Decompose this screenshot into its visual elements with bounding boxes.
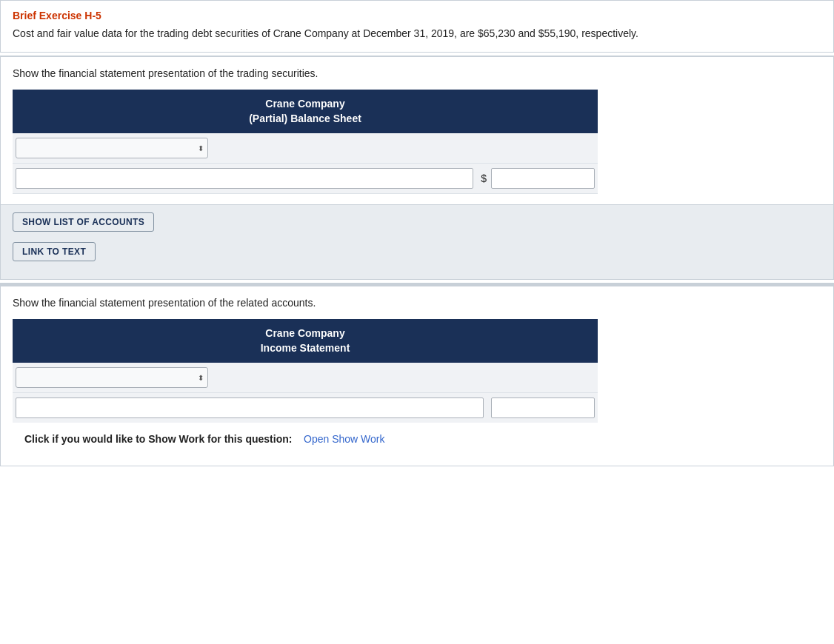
show-work-row: Click if you would like to Show Work for… [13,423,821,455]
balance-sheet-table: Crane Company (Partial) Balance Sheet $ [13,90,598,194]
balance-sheet-row1 [13,133,598,164]
account-text-input-2[interactable] [16,398,484,418]
exercise-section: Brief Exercise H-5 Cost and fair value d… [0,0,834,53]
income-statement-header-line2: Income Statement [24,341,586,356]
buttons-section-1: SHOW LIST OF ACCOUNTS LINK TO TEXT [1,204,833,279]
amount-input-2[interactable] [491,398,595,418]
balance-sheet-row2: $ [13,164,598,194]
balance-sheet-instruction: Show the financial statement presentatio… [13,67,821,79]
income-row1 [13,363,598,393]
income-statement-instruction: Show the financial statement presentatio… [13,297,821,309]
account-text-input-1[interactable] [16,168,473,189]
dropdown-wrapper-1 [16,138,208,158]
open-show-work-link[interactable]: Open Show Work [304,433,384,445]
balance-sheet-section: Show the financial statement presentatio… [0,56,834,280]
link-to-text-row: LINK TO TEXT [13,242,821,267]
exercise-header: Brief Exercise H-5 Cost and fair value d… [1,1,833,52]
balance-sheet-header: Crane Company (Partial) Balance Sheet [13,90,598,133]
show-work-label: Click if you would like to Show Work for… [24,433,292,445]
income-statement-table: Crane Company Income Statement [13,319,598,423]
amount-input-1[interactable] [491,168,595,189]
income-statement-body: Show the financial statement presentatio… [1,286,833,466]
balance-sheet-header-line2: (Partial) Balance Sheet [24,112,586,127]
income-statement-header: Crane Company Income Statement [13,319,598,363]
show-list-row: SHOW LIST OF ACCOUNTS [13,212,821,238]
exercise-title: Brief Exercise H-5 [13,10,821,21]
income-row2 [13,393,598,423]
link-to-text-button[interactable]: LINK TO TEXT [13,242,96,261]
balance-sheet-header-line1: Crane Company [24,97,586,112]
exercise-description: Cost and fair value data for the trading… [13,26,821,41]
income-statement-header-line1: Crane Company [24,326,586,341]
dollar-sign-1: $ [481,172,487,184]
income-statement-section: Show the financial statement presentatio… [0,283,834,466]
balance-sheet-body: Show the financial statement presentatio… [1,56,833,204]
account-dropdown-1[interactable] [16,138,208,158]
show-list-button[interactable]: SHOW LIST OF ACCOUNTS [13,212,154,232]
account-dropdown-2[interactable] [16,367,208,388]
dropdown-wrapper-2 [16,367,208,388]
